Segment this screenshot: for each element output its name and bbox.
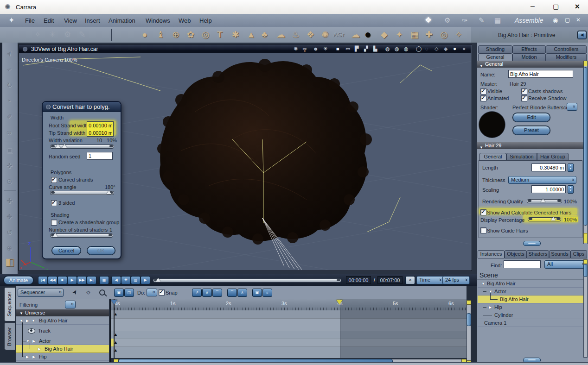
storyboard-room-icon[interactable]: ✑ <box>462 17 468 24</box>
viewport-titlebar[interactable]: 3DView of Big Afro Hair.car ✺ ╦ ☻ ✳ ■ ▭ … <box>19 44 471 53</box>
menu-help[interactable]: Help <box>199 17 212 24</box>
time-scrub-handle[interactable] <box>156 278 160 282</box>
tri-open-icon[interactable]: ▼ <box>19 311 23 315</box>
insert-vertex-object-icon[interactable]: ♝ <box>157 30 165 39</box>
camera-dolly-icon[interactable]: ✚ <box>6 197 13 204</box>
panel-eye-icon[interactable]: ◉ <box>553 17 558 23</box>
variation-handle-low[interactable] <box>56 144 60 148</box>
hair-section-header[interactable]: ▼ Hair 29 <box>477 142 586 149</box>
insert-torus-icon[interactable]: ◎ <box>202 30 210 39</box>
vp-web-icon[interactable]: ✳ <box>323 46 327 51</box>
panel-splitter-handle[interactable] <box>523 241 541 246</box>
seq-row-big-afro-hair[interactable]: ▼ ▶ ▼ Big Afro Hair <box>16 317 109 325</box>
tweener-discrete-button[interactable]: ∧ <box>202 289 212 297</box>
working-box-icon[interactable]: ◧ <box>5 257 14 266</box>
add-keyframe-button[interactable]: ✚ <box>121 276 131 284</box>
tweener-linear-button[interactable]: ↗ <box>192 289 202 297</box>
layout-four-pane-icon[interactable]: ▞ <box>364 46 368 51</box>
visibility-eye-icon[interactable] <box>28 328 35 334</box>
length-field[interactable] <box>531 164 566 171</box>
cancel-button[interactable]: Cancel <box>52 246 81 255</box>
insert-light-icon[interactable]: ✦ <box>396 30 403 39</box>
name-field[interactable] <box>508 70 573 78</box>
menu-edit[interactable]: Edit <box>44 17 54 24</box>
scrollbar-cap[interactable] <box>467 300 471 305</box>
root-width-field[interactable] <box>87 121 114 129</box>
maximize-button[interactable]: ▢ <box>553 3 559 10</box>
camera-pan-icon[interactable]: ✥ <box>6 213 13 220</box>
assemble-room-icon[interactable]: ❖ <box>425 16 432 24</box>
move-tool-icon[interactable]: ➤ <box>5 49 14 58</box>
menu-insert[interactable]: Insert <box>85 17 100 24</box>
length-stepper[interactable]: ▲▼ <box>568 164 574 172</box>
curve-angle-slider[interactable] <box>50 191 114 195</box>
wire-drawing-icon[interactable]: ◌ <box>425 46 428 51</box>
gouraud-drawing-icon[interactable]: ● <box>453 46 456 51</box>
go-end-button[interactable]: ▶| <box>87 276 96 284</box>
tree-row-big-afro-hair[interactable]: ▼ Big Afro Hair <box>478 280 583 288</box>
stamp-tool-icon[interactable]: ✎ <box>79 31 85 38</box>
select-tool-icon[interactable]: ➢ <box>5 65 13 74</box>
scaling-field[interactable] <box>531 185 566 193</box>
insert-rock-icon[interactable]: ◆ <box>381 30 388 39</box>
playhead-marker[interactable] <box>111 300 117 304</box>
insert-metaball-icon[interactable]: ✿ <box>187 30 194 39</box>
tri-open-icon[interactable]: ▼ <box>32 319 35 323</box>
vp-heads-icon[interactable]: ☻ <box>313 46 319 51</box>
scrollbar-thumb[interactable] <box>583 264 588 277</box>
insert-rocks-icon[interactable]: ❖ <box>307 30 314 39</box>
show-calc-hairs-checkbox[interactable] <box>480 209 486 215</box>
next-keyframe-button[interactable]: ▶ <box>141 276 150 284</box>
model-room-icon[interactable]: ⚙ <box>444 17 450 24</box>
marquee-zoom-button[interactable]: ▣ <box>114 289 124 297</box>
vp-hair-toggle-icon[interactable]: ✺ <box>294 46 298 51</box>
insert-plant-icon[interactable]: ♣ <box>262 30 267 39</box>
stop-button[interactable]: ■ <box>58 276 67 284</box>
time-scrub-slider[interactable] <box>153 278 341 283</box>
insert-globe-icon[interactable]: ⊕ <box>172 30 179 39</box>
scrollbar-cap[interactable] <box>583 233 588 243</box>
tab-effects[interactable]: Effects <box>512 45 546 53</box>
camera-tool-icon[interactable]: ▣ <box>6 146 13 153</box>
display-percentage-slider[interactable] <box>528 217 561 221</box>
wrench-tool-icon[interactable]: ⚙ <box>64 31 71 38</box>
render-room-icon[interactable]: ▦ <box>494 17 501 24</box>
tab-objects[interactable]: Objects <box>505 250 527 258</box>
insert-particles-icon[interactable]: ✱ <box>232 30 239 39</box>
tree-row-cylinder[interactable]: Cylinder <box>478 311 583 319</box>
time-mode-dropdown[interactable]: Time« <box>416 276 444 284</box>
window-shade-button[interactable] <box>23 47 27 51</box>
tri-closed-icon[interactable]: ▶ <box>489 305 492 309</box>
playhead-line[interactable] <box>114 299 115 358</box>
phong-drawing-icon[interactable]: ● <box>462 46 466 51</box>
menu-windows[interactable]: Windows <box>146 17 170 24</box>
tab-instances[interactable]: Instances <box>478 250 505 258</box>
animate-button[interactable]: Animate <box>4 276 33 284</box>
stepper-up-icon[interactable]: ▲ <box>569 186 572 189</box>
loop-frame-button[interactable]: ▦ <box>99 276 109 284</box>
animated-checkbox[interactable] <box>480 95 486 101</box>
fps-dropdown[interactable]: 24 fps« <box>442 276 470 284</box>
random-seed-field[interactable] <box>87 152 113 160</box>
tree-row-actor[interactable]: ▼ Actor <box>478 288 583 296</box>
tab-shading[interactable]: Shading <box>478 45 512 53</box>
camera-bank-icon[interactable]: ↺ <box>6 229 13 236</box>
tweener-clamp-button[interactable]: ∧ <box>237 289 247 297</box>
scale-timeline-button[interactable]: ◫ <box>124 289 134 297</box>
insert-anything-grows-icon[interactable]: AGr <box>333 31 345 38</box>
scrollbar-thumb[interactable] <box>583 67 588 226</box>
menu-view[interactable]: View <box>64 17 77 24</box>
timeline-track-area[interactable]: ▲ ▲ ▲ ▲ <box>111 310 467 358</box>
hair-object[interactable] <box>157 59 372 245</box>
insert-fur-icon[interactable]: ✺ <box>321 30 329 39</box>
clear-time-button[interactable]: ✕ <box>405 276 415 284</box>
tweener-noise-button[interactable]: ☼ <box>262 289 272 297</box>
tri-open-icon[interactable]: ▼ <box>26 339 30 343</box>
filter-dropdown[interactable]: All« <box>544 260 587 269</box>
play-button[interactable]: ▶ <box>67 276 77 284</box>
scrollbar-cap[interactable] <box>583 61 588 66</box>
receive-shadow-checkbox[interactable] <box>521 95 527 101</box>
insert-emitter-icon[interactable]: ✚ <box>425 30 433 39</box>
collapse-triangle-icon[interactable]: ▼ <box>479 63 483 69</box>
insert-metacloud-icon[interactable]: ☁ <box>351 30 360 39</box>
